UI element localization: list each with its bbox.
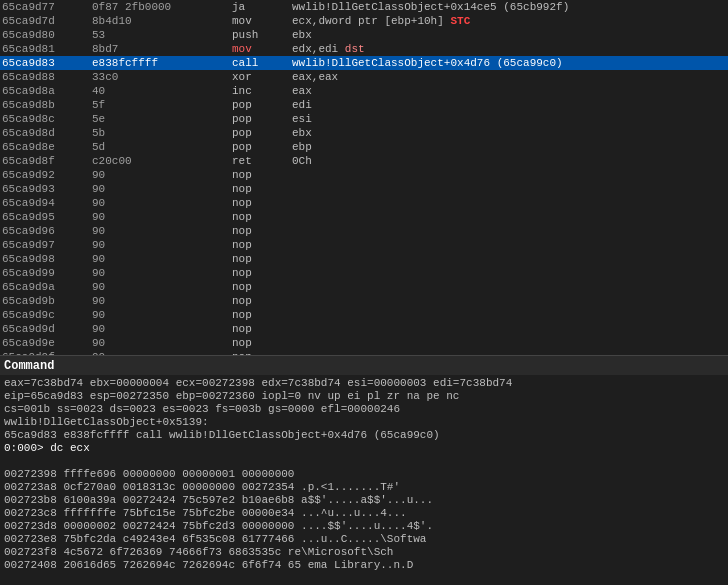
dis-mnemonic: xor (232, 71, 292, 83)
dis-row[interactable]: 65ca9d8b5fpopedi (0, 98, 728, 112)
dis-addr: 65ca9d7d (2, 15, 92, 27)
dis-row[interactable]: 65ca9d9c90nop (0, 308, 728, 322)
dis-bytes: 90 (92, 183, 232, 195)
dis-row[interactable]: 65ca9d8fc20c00ret0Ch (0, 154, 728, 168)
dis-operands: eax (292, 85, 726, 97)
bottom-line: 0:000> dc ecx (4, 442, 724, 455)
dis-row[interactable]: 65ca9d8d5bpopebx (0, 126, 728, 140)
dis-row[interactable]: 65ca9d8833c0xoreax,eax (0, 70, 728, 84)
dis-mnemonic: ja (232, 1, 292, 13)
dis-row[interactable]: 65ca9d9990nop (0, 266, 728, 280)
dis-row[interactable]: 65ca9d8053pushebx (0, 28, 728, 42)
dis-row[interactable]: 65ca9d9a90nop (0, 280, 728, 294)
bottom-line (4, 455, 724, 468)
dis-bytes: 8bd7 (92, 43, 232, 55)
bottom-line: 002723d8 00000002 00272424 75bfc2d3 0000… (4, 520, 724, 533)
dis-row[interactable]: 65ca9d9b90nop (0, 294, 728, 308)
dis-operands: ebp (292, 141, 726, 153)
dis-addr: 65ca9d77 (2, 1, 92, 13)
dis-bytes: 53 (92, 29, 232, 41)
dis-bytes: 90 (92, 169, 232, 181)
dis-operands: wwlib!DllGetClassObject+0x4d76 (65ca99c0… (292, 57, 726, 69)
dis-row[interactable]: 65ca9d9390nop (0, 182, 728, 196)
dis-mnemonic: nop (232, 253, 292, 265)
dis-mnemonic: ret (232, 155, 292, 167)
dis-row[interactable]: 65ca9d9e90nop (0, 336, 728, 350)
dis-row[interactable]: 65ca9d9890nop (0, 252, 728, 266)
dis-row[interactable]: 65ca9d9d90nop (0, 322, 728, 336)
bottom-line: 002723f8 4c5672 6f726369 74666f73 686353… (4, 546, 724, 559)
command-label: Command (4, 359, 54, 373)
dis-addr: 65ca9d94 (2, 197, 92, 209)
stc-mark: STC (450, 15, 470, 27)
dis-bytes: 0f87 2fb0000 (92, 1, 232, 13)
dis-row[interactable]: 65ca9d8c5epopesi (0, 112, 728, 126)
dis-bytes: 90 (92, 295, 232, 307)
dis-operands: ebx (292, 29, 726, 41)
dis-bytes: 90 (92, 253, 232, 265)
dis-addr: 65ca9d93 (2, 183, 92, 195)
dis-addr: 65ca9d8e (2, 141, 92, 153)
dis-row[interactable]: 65ca9d9790nop (0, 238, 728, 252)
dis-mnemonic: nop (232, 267, 292, 279)
dis-operands: eax,eax (292, 71, 726, 83)
dis-row[interactable]: 65ca9d7d8b4d10movecx,dword ptr [ebp+10h]… (0, 14, 728, 28)
dis-bytes: 90 (92, 211, 232, 223)
dis-bytes: 90 (92, 197, 232, 209)
bottom-line: 65ca9d83 e838fcffff call wwlib!DllGetCla… (4, 429, 724, 442)
dis-row[interactable]: 65ca9d770f87 2fb0000jawwlib!DllGetClassO… (0, 0, 728, 14)
bottom-line: 00272408 20616d65 7262694c 7262694c 6f6f… (4, 559, 724, 572)
dis-addr: 65ca9d9b (2, 295, 92, 307)
dis-operands: 0Ch (292, 155, 726, 167)
dis-row[interactable]: 65ca9d9590nop (0, 210, 728, 224)
dis-bytes: e838fcffff (92, 57, 232, 69)
dis-row[interactable]: 65ca9d9490nop (0, 196, 728, 210)
bottom-line: eip=65ca9d83 esp=00272350 ebp=00272360 i… (4, 390, 724, 403)
dis-mnemonic: nop (232, 225, 292, 237)
dis-bytes: 5e (92, 113, 232, 125)
dis-mnemonic: nop (232, 281, 292, 293)
dis-operands: esi (292, 113, 726, 125)
bottom-line: 002723e8 75bfc2da c49243e4 6f535c08 6177… (4, 533, 724, 546)
dis-mnemonic: call (232, 57, 292, 69)
dis-bytes: 90 (92, 267, 232, 279)
dst-mark: dst (345, 43, 365, 55)
dis-addr: 65ca9d80 (2, 29, 92, 41)
dis-addr: 65ca9d8f (2, 155, 92, 167)
dis-addr: 65ca9d98 (2, 253, 92, 265)
dis-addr: 65ca9d88 (2, 71, 92, 83)
disassembly-panel: 65ca9d770f87 2fb0000jawwlib!DllGetClassO… (0, 0, 728, 355)
dis-addr: 65ca9d9c (2, 309, 92, 321)
dis-mnemonic: pop (232, 113, 292, 125)
dis-addr: 65ca9d92 (2, 169, 92, 181)
dis-bytes: 90 (92, 239, 232, 251)
dis-addr: 65ca9d9d (2, 323, 92, 335)
dis-addr: 65ca9d8d (2, 127, 92, 139)
dis-row[interactable]: 65ca9d9290nop (0, 168, 728, 182)
bottom-line: 00272398 ffffe696 00000000 00000001 0000… (4, 468, 724, 481)
dis-mnemonic: inc (232, 85, 292, 97)
dis-row[interactable]: 65ca9d818bd7movedx,edi dst (0, 42, 728, 56)
bottom-line: 002723b8 6100a39a 00272424 75c597e2 b10a… (4, 494, 724, 507)
dis-mnemonic: pop (232, 99, 292, 111)
dis-addr: 65ca9d8b (2, 99, 92, 111)
dis-addr: 65ca9d8a (2, 85, 92, 97)
dis-row[interactable]: 65ca9d8e5dpopebp (0, 140, 728, 154)
dis-bytes: 5f (92, 99, 232, 111)
dis-row[interactable]: 65ca9d8a40inceax (0, 84, 728, 98)
bottom-line: 002723a8 0cf270a0 0018313c 00000000 0027… (4, 481, 724, 494)
dis-mnemonic: nop (232, 309, 292, 321)
dis-addr: 65ca9d97 (2, 239, 92, 251)
dis-addr: 65ca9d96 (2, 225, 92, 237)
dis-bytes: 5d (92, 141, 232, 153)
dis-mnemonic: nop (232, 169, 292, 181)
dis-row[interactable]: 65ca9d9690nop (0, 224, 728, 238)
dis-row[interactable]: 65ca9d83e838fcffffcallwwlib!DllGetClassO… (0, 56, 728, 70)
dis-addr: 65ca9d95 (2, 211, 92, 223)
bottom-line: eax=7c38bd74 ebx=00000004 ecx=00272398 e… (4, 377, 724, 390)
dis-bytes: 90 (92, 323, 232, 335)
bottom-line: wwlib!DllGetClassObject+0x5139: (4, 416, 724, 429)
dis-addr: 65ca9d83 (2, 57, 92, 69)
dis-mnemonic: mov (232, 15, 292, 27)
dis-bytes: 90 (92, 281, 232, 293)
